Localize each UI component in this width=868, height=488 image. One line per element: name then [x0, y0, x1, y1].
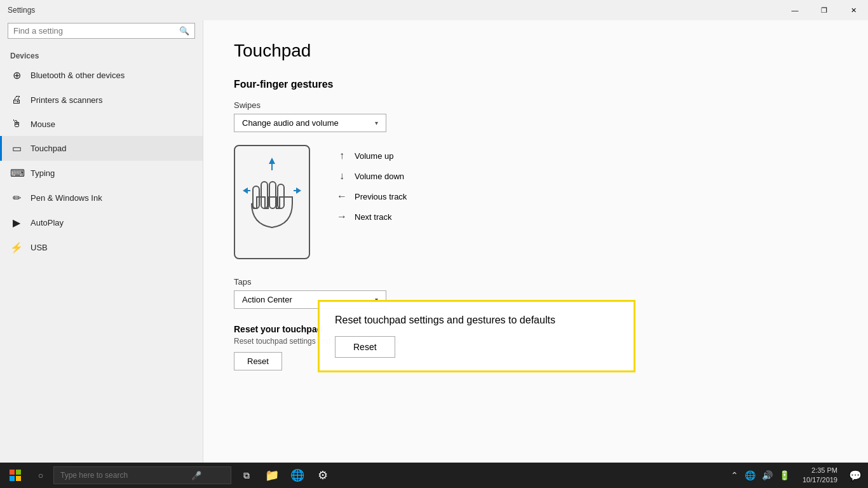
pen-icon: ✏ — [10, 192, 23, 204]
system-tray: ⌃ 🌐 🔊 🔋 — [723, 470, 797, 480]
sidebar: 🔍 Devices ⊕ Bluetooth & other devices 🖨 … — [0, 20, 203, 488]
sound-icon[interactable]: 🔊 — [759, 470, 775, 480]
start-button[interactable] — [0, 463, 31, 488]
svg-rect-10 — [10, 470, 15, 475]
gesture-action-down: ↓ Volume down — [336, 170, 407, 182]
sidebar-section-label: Devices — [0, 46, 203, 63]
gesture-area: ↑ Volume up ↓ Volume down ← Previous tra… — [234, 145, 837, 259]
keyboard-icon: ⌨ — [10, 167, 23, 179]
gesture-actions: ↑ Volume up ↓ Volume down ← Previous tra… — [336, 145, 407, 222]
gesture-action-left: ← Previous track — [336, 191, 407, 202]
sidebar-item-touchpad[interactable]: ▭ Touchpad — [0, 136, 203, 161]
taskbar-search-input[interactable] — [60, 471, 187, 480]
four-finger-section-title: Four-finger gestures — [234, 79, 837, 90]
autoplay-icon: ▶ — [10, 217, 23, 229]
search-icon: 🔍 — [179, 26, 189, 36]
highlight-reset-button[interactable]: Reset — [335, 336, 395, 358]
up-arrow-icon: ↑ — [336, 150, 348, 161]
down-arrow-icon: ↓ — [336, 170, 348, 182]
search-box[interactable]: 🔍 — [8, 23, 195, 39]
close-button[interactable]: ✕ — [839, 0, 868, 20]
sidebar-item-pen[interactable]: ✏ Pen & Windows Ink — [0, 186, 203, 210]
gesture-action-right: → Next track — [336, 211, 407, 222]
mouse-icon: 🖱 — [10, 118, 23, 130]
svg-rect-13 — [16, 476, 21, 481]
settings-button[interactable]: ⚙ — [310, 463, 336, 488]
app-container: 🔍 Devices ⊕ Bluetooth & other devices 🖨 … — [0, 0, 868, 488]
gesture-diagram — [234, 145, 310, 259]
app-title: Settings — [8, 6, 35, 15]
battery-icon[interactable]: 🔋 — [776, 470, 792, 480]
swipes-label: Swipes — [234, 100, 837, 110]
swipes-dropdown[interactable]: Change audio and volume ▾ — [234, 114, 386, 132]
clock[interactable]: 2:35 PM 10/17/2019 — [797, 466, 843, 485]
svg-marker-9 — [296, 187, 301, 194]
usb-icon: ⚡ — [10, 241, 23, 254]
svg-rect-2 — [269, 182, 276, 208]
highlight-box: Reset touchpad settings and gestures to … — [318, 300, 635, 372]
sidebar-item-bluetooth[interactable]: ⊕ Bluetooth & other devices — [0, 63, 203, 88]
swipes-dropdown-container: Swipes Change audio and volume ▾ — [234, 100, 837, 132]
search-input[interactable] — [13, 26, 177, 36]
chrome-button[interactable]: 🌐 — [285, 463, 310, 488]
microphone-icon[interactable]: 🎤 — [191, 471, 201, 480]
svg-rect-11 — [16, 470, 21, 475]
sidebar-item-typing[interactable]: ⌨ Typing — [0, 161, 203, 186]
page-title: Touchpad — [234, 41, 837, 61]
task-view-button[interactable]: ⧉ — [234, 463, 259, 488]
svg-marker-5 — [269, 158, 275, 164]
taps-label: Taps — [234, 277, 837, 287]
highlight-box-title: Reset touchpad settings and gestures to … — [335, 315, 618, 326]
title-bar: Settings — [0, 0, 203, 20]
minimize-button[interactable]: — — [780, 0, 810, 20]
sidebar-item-autoplay[interactable]: ▶ AutoPlay — [0, 210, 203, 235]
sidebar-item-usb[interactable]: ⚡ USB — [0, 235, 203, 260]
notification-center-button[interactable]: 💬 — [843, 463, 868, 488]
search-taskbar-button[interactable]: ○ — [31, 463, 51, 488]
bluetooth-icon: ⊕ — [10, 69, 23, 81]
svg-rect-12 — [10, 476, 15, 481]
sidebar-item-mouse[interactable]: 🖱 Mouse — [0, 112, 203, 136]
reset-button[interactable]: Reset — [234, 352, 282, 370]
network-icon[interactable]: 🌐 — [742, 470, 758, 480]
chevron-down-icon: ▾ — [375, 119, 378, 126]
taskbar: ○ 🎤 ⧉ 📁 🌐 ⚙ ⌃ 🌐 🔊 🔋 2:35 PM 10/17/2019 💬 — [0, 463, 868, 488]
sidebar-item-printers[interactable]: 🖨 Printers & scanners — [0, 88, 203, 112]
printer-icon: 🖨 — [10, 94, 23, 105]
svg-marker-7 — [243, 187, 248, 194]
left-arrow-icon: ← — [336, 191, 348, 202]
file-explorer-button[interactable]: 📁 — [259, 463, 285, 488]
taskbar-search-bar[interactable]: 🎤 — [53, 466, 231, 484]
right-arrow-icon: → — [336, 211, 348, 222]
window-controls: — ❐ ✕ — [780, 0, 868, 20]
touchpad-icon: ▭ — [10, 142, 23, 154]
gesture-action-up: ↑ Volume up — [336, 150, 407, 161]
maximize-button[interactable]: ❐ — [810, 0, 839, 20]
main-content: Touchpad Four-finger gestures Swipes Cha… — [203, 20, 868, 488]
system-tray-expand-icon[interactable]: ⌃ — [728, 470, 741, 480]
